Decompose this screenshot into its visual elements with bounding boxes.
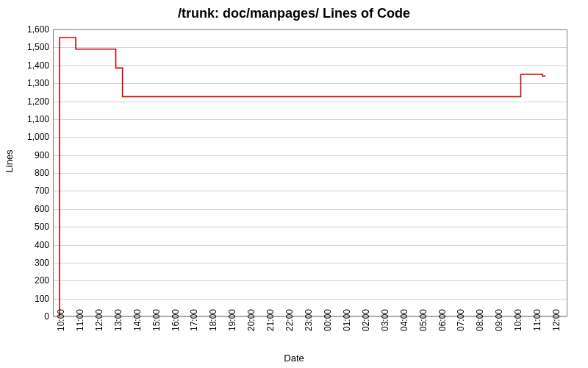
x-tick-label: 06:00 — [437, 309, 448, 331]
y-tick-label: 1,600 — [5, 24, 49, 35]
line-series — [53, 29, 567, 316]
x-tick-label: 20:00 — [246, 309, 257, 331]
y-tick-label: 0 — [5, 311, 49, 322]
y-tick-label: 800 — [5, 168, 49, 178]
x-tick-label: 17:00 — [189, 309, 199, 331]
x-tick-label: 12:00 — [551, 309, 562, 331]
x-tick-label: 14:00 — [132, 309, 143, 331]
x-tick-label: 11:00 — [75, 309, 85, 331]
y-tick-label: 600 — [5, 204, 49, 214]
y-tick-label: 1,400 — [5, 60, 49, 71]
y-tick-label: 100 — [5, 294, 49, 304]
y-tick-label: 700 — [5, 185, 49, 196]
x-tick-label: 00:00 — [323, 309, 333, 331]
x-tick-label: 10:00 — [56, 309, 66, 331]
chart-title: /trunk: doc/manpages/ Lines of Code — [0, 6, 588, 21]
x-tick-label: 13:00 — [113, 309, 123, 331]
x-tick-label: 21:00 — [265, 309, 276, 331]
y-tick-label: 300 — [5, 258, 49, 268]
y-tick-label: 1,200 — [5, 96, 49, 107]
plot-area — [53, 29, 567, 316]
y-tick-label: 1,300 — [5, 78, 49, 88]
x-tick-label: 08:00 — [475, 309, 485, 331]
y-tick-label: 400 — [5, 240, 49, 250]
x-tick-label: 09:00 — [494, 309, 504, 331]
x-tick-label: 02:00 — [361, 309, 371, 331]
x-tick-label: 05:00 — [418, 309, 429, 331]
data-line — [60, 38, 545, 316]
x-tick-label: 11:00 — [532, 309, 542, 331]
x-tick-label: 04:00 — [399, 309, 409, 331]
x-tick-label: 22:00 — [284, 309, 295, 331]
y-tick-label: 500 — [5, 222, 49, 232]
x-tick-label: 18:00 — [208, 309, 218, 331]
x-tick-label: 16:00 — [171, 309, 181, 331]
y-tick-label: 900 — [5, 150, 49, 160]
x-tick-label: 01:00 — [342, 309, 352, 331]
x-tick-label: 23:00 — [304, 309, 314, 331]
x-tick-label: 19:00 — [227, 309, 237, 331]
x-tick-label: 07:00 — [456, 309, 466, 331]
y-tick-label: 1,000 — [5, 132, 49, 142]
y-tick-label: 1,100 — [5, 114, 49, 124]
x-tick-label: 03:00 — [380, 309, 390, 331]
y-tick-label: 1,500 — [5, 42, 49, 52]
x-tick-label: 10:00 — [513, 309, 523, 331]
x-tick-label: 15:00 — [151, 309, 162, 331]
x-tick-label: 12:00 — [94, 309, 104, 331]
x-axis-label: Date — [0, 353, 588, 364]
y-tick-label: 200 — [5, 275, 49, 286]
chart-container: /trunk: doc/manpages/ Lines of Code Line… — [0, 0, 588, 368]
